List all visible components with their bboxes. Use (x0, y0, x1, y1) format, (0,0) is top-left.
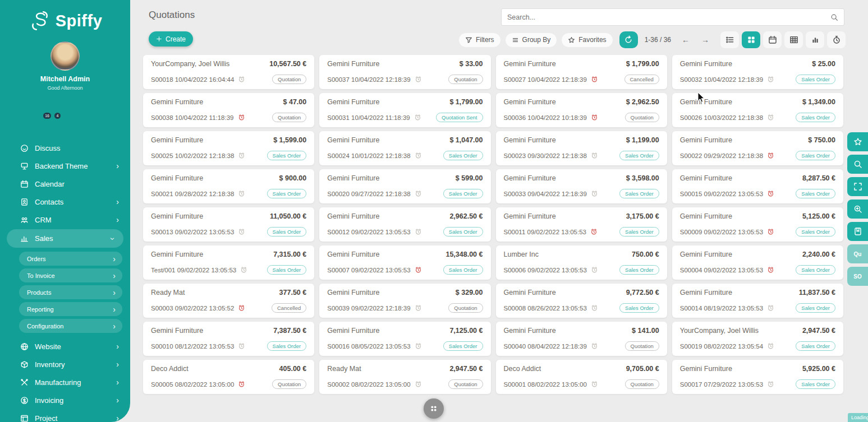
activity-clock-icon[interactable] (238, 190, 245, 197)
activity-clock-icon[interactable] (767, 304, 774, 312)
activity-clock-icon[interactable] (767, 190, 774, 197)
quotation-card[interactable]: Gemini Furniture$ 1,047.00S00024 10/01/2… (319, 131, 490, 165)
activity-clock-icon[interactable] (767, 381, 774, 388)
quotation-card[interactable]: Gemini Furniture5,925.00 €S00017 07/29/2… (672, 360, 843, 394)
sidebar-item-backend-theme[interactable]: Backend Theme› (0, 157, 130, 175)
submenu-item-to-invoice[interactable]: To Invoice› (19, 268, 122, 282)
activity-clock-icon[interactable] (767, 114, 774, 121)
sidebar-item-sales[interactable]: Sales› (7, 229, 123, 248)
activity-view-button[interactable] (827, 31, 846, 48)
activity-clock-icon[interactable] (591, 190, 598, 197)
quotation-card[interactable]: Gemini Furniture$ 47.00S00038 10/04/2022… (143, 93, 314, 127)
activity-clock-icon[interactable] (767, 342, 774, 350)
favorites-button[interactable]: Favorites (561, 33, 613, 48)
search-icon[interactable] (830, 13, 838, 21)
sidebar-item-website[interactable]: Website› (0, 337, 130, 355)
quotation-card[interactable]: Deco Addict405.00 €S00005 08/02/2022 13:… (143, 360, 314, 394)
activity-clock-icon[interactable] (240, 266, 247, 273)
quotation-card[interactable]: Gemini Furniture$ 141.00S00040 08/04/202… (496, 322, 667, 356)
activity-clock-icon[interactable] (415, 266, 422, 273)
tool-fullscreen-button[interactable] (847, 177, 868, 196)
activity-clock-icon[interactable] (238, 228, 245, 235)
activity-clock-icon[interactable] (415, 76, 422, 83)
activity-clock-icon[interactable] (591, 76, 598, 83)
activity-clock-icon[interactable] (767, 228, 774, 235)
list-view-button[interactable] (720, 31, 739, 48)
submenu-item-products[interactable]: Products› (19, 285, 122, 299)
pivot-view-button[interactable] (784, 31, 803, 48)
quotation-card[interactable]: Gemini Furniture$ 3,598.00S00033 09/04/2… (496, 169, 667, 203)
quotation-card[interactable]: Gemini Furniture$ 25.00S00032 10/04/2022… (672, 55, 843, 89)
group-by-button[interactable]: Group By (505, 33, 558, 48)
activity-clock-icon[interactable] (238, 152, 245, 159)
apps-dots-button[interactable] (424, 398, 444, 419)
activity-clock-icon[interactable] (415, 304, 422, 312)
activity-clock-icon[interactable] (415, 342, 422, 350)
sidebar-item-calendar[interactable]: Calendar (0, 175, 130, 193)
quotation-card[interactable]: Lumber Inc750.00 €S00006 09/02/2022 13:0… (496, 245, 667, 280)
quotation-card[interactable]: Gemini Furniture$ 900.00S00021 09/28/202… (143, 169, 314, 203)
tool-qu-tab[interactable]: Qu (847, 244, 868, 263)
quotation-card[interactable]: Gemini Furniture3,175.00 €S00011 09/02/2… (496, 207, 667, 242)
tool-search-button[interactable] (847, 155, 868, 174)
quotation-card[interactable]: Gemini Furniture8,287.50 €S00015 09/02/2… (672, 169, 843, 203)
search-input[interactable] (507, 13, 830, 21)
quotation-card[interactable]: Gemini Furniture11,837.50 €S00014 08/19/… (672, 284, 843, 318)
activity-clock-icon[interactable] (238, 342, 245, 350)
quotation-card[interactable]: Gemini Furniture$ 1,799.00S00031 10/04/2… (319, 93, 490, 127)
quotation-card[interactable]: Gemini Furniture$ 33.00S00037 10/04/2022… (319, 55, 490, 89)
submenu-item-configuration[interactable]: Configuration› (19, 319, 122, 333)
quotation-card[interactable]: Gemini Furniture$ 1,349.00S00026 10/03/2… (672, 93, 843, 127)
submenu-item-reporting[interactable]: Reporting› (19, 302, 122, 316)
quotation-card[interactable]: YourCompany, Joel Willis10,567.50 €S0001… (143, 55, 314, 89)
quotation-card[interactable]: Gemini Furniture$ 1,799.00S00027 10/04/2… (496, 55, 667, 89)
quotation-card[interactable]: Ready Mat377.50 €S00003 09/02/2022 13:05… (143, 284, 314, 318)
tool-so-tab[interactable]: SO (847, 267, 868, 286)
activity-clock-icon[interactable] (415, 228, 422, 235)
quotation-card[interactable]: Gemini Furniture2,962.50 €S00012 09/02/2… (319, 207, 490, 242)
activity-clock-icon[interactable] (591, 266, 598, 273)
activity-clock-icon[interactable] (238, 76, 245, 83)
pager-prev-button[interactable]: ← (678, 35, 694, 44)
quotation-card[interactable]: Gemini Furniture$ 750.00S00022 09/29/202… (672, 131, 843, 165)
activity-clock-icon[interactable] (238, 114, 245, 121)
activity-clock-icon[interactable] (414, 114, 421, 121)
activity-clock-icon[interactable] (591, 381, 598, 388)
sidebar-item-crm[interactable]: CRM› (0, 211, 130, 229)
activity-clock-icon[interactable] (590, 228, 598, 235)
activity-clock-icon[interactable] (591, 342, 598, 350)
quotation-card[interactable]: Gemini Furniture$ 599.00S00020 09/27/202… (319, 169, 490, 203)
activity-clock-icon[interactable] (415, 152, 422, 159)
activity-clock-icon[interactable] (767, 76, 774, 83)
activity-clock-icon[interactable] (238, 304, 245, 312)
calendar-view-button[interactable] (763, 31, 782, 48)
activity-clock-icon[interactable] (415, 190, 422, 197)
graph-view-button[interactable] (806, 31, 824, 48)
sidebar-item-discuss[interactable]: Discuss (0, 139, 130, 157)
quotation-card[interactable]: Gemini Furniture9,772.50 €S00008 08/26/2… (496, 284, 667, 318)
activity-clock-icon[interactable] (767, 152, 774, 159)
submenu-item-orders[interactable]: Orders› (19, 252, 122, 266)
quotation-card[interactable]: Gemini Furniture7,125.00 €S00016 08/05/2… (319, 322, 490, 356)
activity-clock-icon[interactable] (767, 266, 774, 273)
quotation-card[interactable]: Gemini Furniture$ 1,599.00S00025 10/02/2… (143, 131, 314, 165)
quotation-card[interactable]: Deco Addict9,705.00 €S00001 08/02/2022 1… (496, 360, 667, 394)
filters-button[interactable]: Filters (458, 33, 501, 48)
activity-clock-icon[interactable] (591, 152, 598, 159)
quotation-card[interactable]: Gemini Furniture15,348.00 €S00007 09/02/… (319, 245, 490, 280)
quotation-card[interactable]: Gemini Furniture$ 329.00S00039 09/02/202… (319, 284, 490, 318)
quotation-card[interactable]: Gemini Furniture5,125.00 €S00009 09/02/2… (672, 207, 843, 242)
quotation-card[interactable]: Gemini Furniture$ 2,962.50S00036 10/04/2… (496, 93, 667, 127)
sidebar-item-invoicing[interactable]: Invoicing› (0, 391, 130, 409)
quotation-card[interactable]: Gemini Furniture7,315.00 €Test/001 09/02… (143, 245, 314, 280)
activity-clock-icon[interactable] (591, 304, 598, 312)
user-avatar[interactable] (50, 41, 80, 71)
sidebar-item-project[interactable]: Project› (0, 409, 130, 422)
kanban-view-button[interactable] (742, 31, 760, 48)
sidebar-item-inventory[interactable]: Inventory› (0, 355, 130, 373)
create-button[interactable]: Create (149, 31, 193, 47)
quotation-card[interactable]: Ready Mat2,947.50 €S00002 08/02/2022 13:… (319, 360, 490, 394)
quotation-card[interactable]: YourCompany, Joel Willis2,947.50 €S00019… (672, 322, 843, 356)
quotation-card[interactable]: Gemini Furniture$ 1,199.00S00023 09/30/2… (496, 131, 667, 165)
activity-clock-icon[interactable] (415, 381, 422, 388)
